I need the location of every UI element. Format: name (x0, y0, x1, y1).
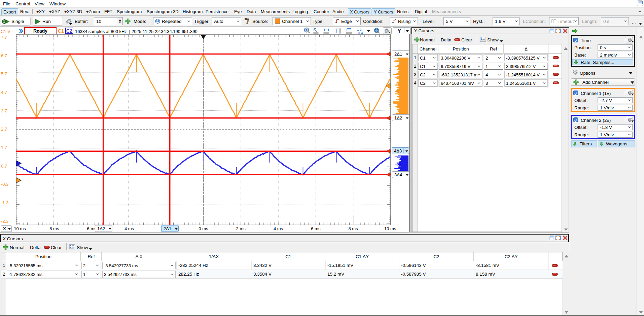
svg-text:1: 1 (3, 20, 5, 24)
